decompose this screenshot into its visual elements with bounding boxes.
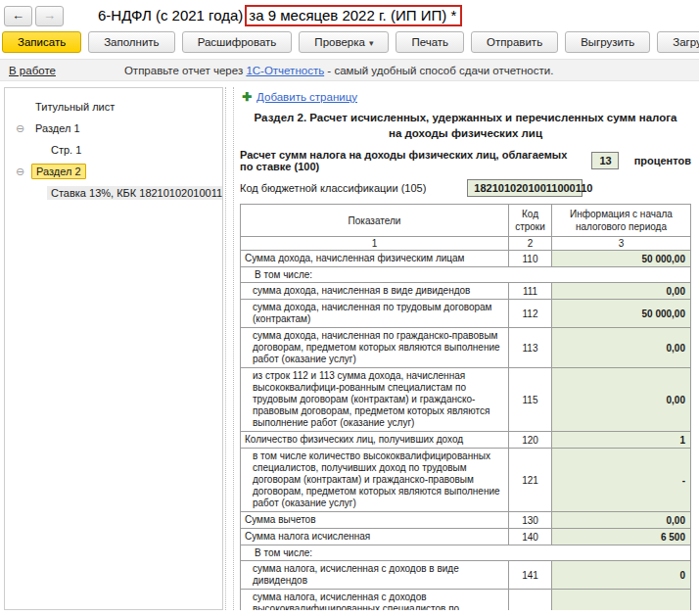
table-row: Сумма налога исчисленная 140 6 500	[241, 529, 691, 545]
save-button[interactable]: Записать	[2, 31, 81, 53]
table-row: сумма дохода, начисленная в виде дивиден…	[241, 283, 691, 300]
row-value-cell[interactable]: 0,00	[552, 368, 691, 432]
row-code: 112	[509, 300, 552, 328]
plus-icon: ✚	[242, 90, 252, 104]
print-button[interactable]: Печать	[396, 31, 464, 53]
column-number: 2	[509, 237, 552, 251]
table-group-row: В том числе:	[241, 545, 691, 561]
page-title-prefix: 6-НДФЛ (с 2021 года)	[98, 7, 243, 24]
column-header-indicators: Показатели	[241, 205, 509, 237]
row-label: из строк 112 и 113 сумма дохода, начисле…	[241, 368, 509, 432]
row-code: 111	[509, 283, 552, 300]
add-page-link[interactable]: ✚Добавить страницу	[242, 90, 691, 104]
chevron-down-icon: ▾	[369, 38, 374, 48]
table-row: сумма налога, исчисленная с доходов высо…	[241, 590, 691, 610]
group-row-label: В том числе:	[241, 267, 691, 283]
row-value-cell[interactable]: 50 000,00	[552, 300, 691, 328]
send-button[interactable]: Отправить	[471, 31, 558, 53]
table-row: Сумма дохода, начисленная физическим лиц…	[241, 251, 691, 267]
row-label: сумма налога, исчисленная с доходов в ви…	[241, 561, 509, 590]
row-label: Сумма налога исчисленная	[241, 529, 509, 545]
rate-input[interactable]: 13	[591, 152, 619, 169]
row-value-cell[interactable]: 0	[552, 590, 691, 610]
rate-suffix: процентов	[634, 155, 691, 166]
table-row: Сумма вычетов 130 0,00	[241, 512, 691, 529]
forward-arrow-icon: →	[43, 8, 56, 23]
toolbar: Записать Заполнить Расшифровать Проверка…	[0, 29, 699, 58]
row-code: 121	[509, 449, 552, 512]
group-row-label: В том числе:	[241, 545, 691, 561]
row-label: сумма дохода, начисленная по гражданско-…	[241, 328, 509, 368]
column-number: 3	[552, 237, 691, 251]
row-code: 140	[509, 529, 552, 545]
row-label: Сумма вычетов	[241, 512, 509, 529]
tree-item-title-page[interactable]: Титульный лист	[5, 96, 222, 118]
row-value-cell[interactable]: -	[552, 449, 691, 512]
collapse-icon[interactable]: ⊖	[16, 123, 26, 134]
row-value-cell[interactable]: 0,00	[552, 328, 691, 368]
table-row: Количество физических лиц, получивших до…	[241, 432, 691, 449]
row-label: сумма налога, исчисленная с доходов высо…	[241, 590, 509, 610]
kbk-line: Код бюджетной классификации (105) 182101…	[240, 179, 691, 197]
check-dropdown-button[interactable]: Проверка▾	[299, 31, 389, 53]
page-title: 6-НДФЛ (с 2021 года)за 9 месяцев 2022 г.…	[98, 5, 462, 26]
status-state-link[interactable]: В работе	[9, 65, 56, 76]
table-header-row: Показатели Код строки Информация с начал…	[241, 205, 691, 237]
row-label: сумма дохода, начисленная в виде дивиден…	[241, 283, 509, 300]
tree-item-section1[interactable]: ⊖ Раздел 1	[5, 118, 222, 139]
tree-item-section1-page1[interactable]: Стр. 1	[5, 139, 222, 161]
collapse-icon[interactable]: ⊖	[16, 166, 26, 177]
row-value-cell[interactable]: 1	[552, 432, 691, 449]
table-group-row: В том числе:	[241, 267, 691, 283]
table-row: сумма дохода, начисленная по трудовым до…	[241, 300, 691, 328]
row-label: сумма дохода, начисленная по трудовым до…	[241, 300, 509, 328]
status-message: Отправьте отчет через 1С-Отчетность - са…	[124, 65, 553, 76]
row-value-cell[interactable]: 0	[552, 561, 691, 590]
back-arrow-icon: ←	[12, 8, 24, 23]
title-bar: ← → 6-НДФЛ (с 2021 года)за 9 месяцев 202…	[0, 0, 699, 29]
row-value-cell[interactable]: 0,00	[552, 512, 691, 529]
row-value-cell[interactable]: 6 500	[552, 529, 691, 545]
load-button[interactable]: Загрузить	[657, 31, 699, 53]
row-label: Количество физических лиц, получивших до…	[241, 432, 509, 449]
row-label: Сумма дохода, начисленная физическим лиц…	[241, 251, 509, 267]
decode-button[interactable]: Расшифровать	[182, 31, 293, 53]
app-window: ← → 6-НДФЛ (с 2021 года)за 9 месяцев 202…	[0, 0, 699, 616]
page-title-period-highlight: за 9 месяцев 2022 г. (ИП ИП) *	[245, 5, 462, 26]
table-row: сумма налога, исчисленная с доходов в ви…	[241, 561, 691, 590]
column-header-info: Информация с начала налогового периода	[552, 205, 691, 237]
row-code: 130	[509, 512, 552, 529]
forward-button[interactable]: →	[35, 6, 64, 26]
back-button[interactable]: ←	[4, 6, 32, 26]
row-code: 115	[509, 368, 552, 432]
main-area: Титульный лист ⊖ Раздел 1 Стр. 1 ⊖ Разде…	[4, 87, 695, 610]
report-table-body: Сумма дохода, начисленная физическим лиц…	[241, 251, 691, 610]
row-label: в том числе количество высококвалифициро…	[241, 449, 509, 512]
report-content: ✚Добавить страницу Раздел 2. Расчет исчи…	[236, 87, 695, 610]
section-tree: Титульный лист ⊖ Раздел 1 Стр. 1 ⊖ Разде…	[4, 87, 223, 610]
panel-splitter[interactable]	[225, 87, 234, 610]
table-row: из строк 112 и 113 сумма дохода, начисле…	[241, 368, 691, 432]
row-code: 120	[509, 432, 552, 449]
rate-label: Расчет сумм налога на доходы физических …	[240, 149, 576, 172]
row-code: 141	[509, 561, 552, 590]
table-colnum-row: 1 2 3	[241, 237, 691, 251]
kbk-label: Код бюджетной классификации (105)	[240, 182, 426, 194]
row-code: 110	[509, 251, 552, 267]
kbk-input[interactable]: 18210102010011000110	[467, 179, 582, 197]
reporting-service-link[interactable]: 1С-Отчетность	[246, 65, 324, 76]
row-value-cell[interactable]: 0,00	[552, 283, 691, 300]
row-value-cell[interactable]: 50 000,00	[552, 251, 691, 267]
status-bar: В работе Отправьте отчет через 1С-Отчетн…	[0, 59, 699, 81]
table-row: в том числе количество высококвалифициро…	[241, 449, 691, 512]
column-number: 1	[241, 237, 509, 251]
row-code: 113	[509, 328, 552, 368]
fill-button[interactable]: Заполнить	[88, 31, 174, 53]
section-heading: Раздел 2. Расчет исчисленных, удержанных…	[240, 110, 691, 141]
tree-item-section2[interactable]: ⊖ Раздел 2	[5, 161, 222, 182]
export-button[interactable]: Выгрузить	[565, 31, 650, 53]
table-row: сумма дохода, начисленная по гражданско-…	[241, 328, 691, 368]
tree-item-section2-rate[interactable]: Ставка 13%, КБК 18210102010011000110	[5, 182, 222, 204]
report-table: Показатели Код строки Информация с начал…	[240, 204, 691, 610]
column-header-code: Код строки	[509, 205, 552, 237]
